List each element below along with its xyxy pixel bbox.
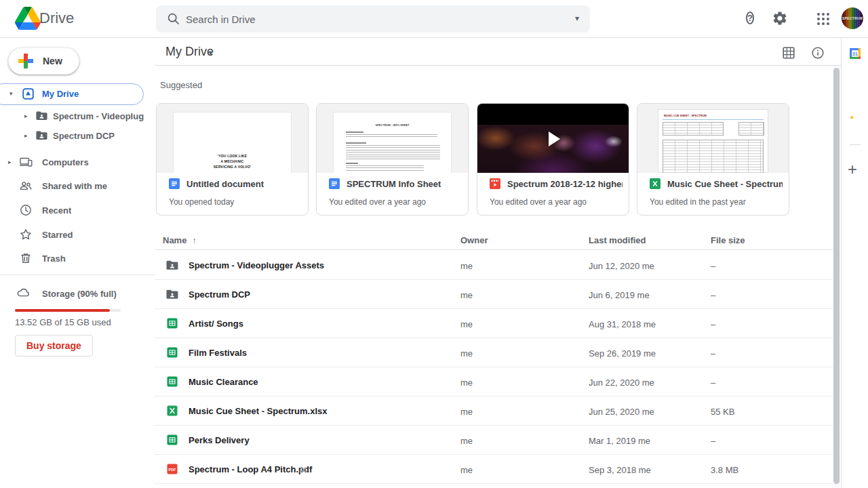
google-apps-grid-icon[interactable] (817, 13, 829, 25)
sort-ascending-icon: ↑ (192, 235, 197, 245)
search-icon[interactable] (167, 12, 180, 26)
video-thumbnail (477, 104, 629, 173)
sheets-file-icon (165, 317, 179, 330)
svg-text:31: 31 (852, 52, 858, 56)
expander-icon[interactable]: ▸ (24, 113, 28, 119)
file-size: – (711, 261, 715, 271)
shared-folder-icon (165, 258, 179, 272)
file-owner: me (460, 407, 473, 417)
table-row[interactable]: Music Clearance me Jun 22, 2020 me – (155, 367, 835, 396)
file-owner: me (460, 378, 473, 388)
table-row[interactable]: Perks Delivery me Mar 1, 2019 me – (155, 426, 835, 455)
sidebar-item-recent[interactable]: Recent (0, 201, 155, 220)
suggested-card-spectrum-video[interactable]: Spectrum 2018-12-12 higher-d... You edit… (477, 103, 629, 216)
sidebar-label: Trash (42, 253, 66, 264)
shared-folder-icon (35, 109, 48, 125)
file-modified: Sep 26, 2019 me (589, 348, 656, 359)
table-row[interactable]: PDF Spectrum - Loop A4 Pitch.pdf me Sep … (155, 455, 835, 484)
main-scrollbar-thumb[interactable] (833, 68, 840, 484)
suggested-card-untitled-document[interactable]: 'YOU LOOK LIKE A MECHANIC SERVICING A VO… (156, 103, 309, 216)
sidebar-item-shared-with-me[interactable]: Shared with me (0, 176, 155, 195)
my-drive-expander-icon[interactable]: ▾ (9, 90, 13, 97)
expander-icon[interactable]: ▸ (24, 132, 28, 139)
file-owner: me (460, 290, 473, 300)
file-owner: me (460, 261, 473, 271)
card-title: Untitled document (186, 179, 264, 189)
people-icon (19, 179, 33, 192)
column-header-file-size[interactable]: File size (711, 235, 745, 245)
sidebar-item-computers[interactable]: ▸ Computers (0, 152, 155, 171)
grid-view-icon[interactable] (783, 47, 795, 62)
settings-gear-icon[interactable] (772, 10, 788, 29)
column-header-name[interactable]: Name↑ (163, 235, 197, 245)
suggested-card-music-cue-sheet[interactable]: MUSIC CUE SHEET - SPECTRUM Music Cue She… (637, 103, 789, 216)
page-title[interactable]: My Drive (165, 45, 214, 59)
app-title: Drive (39, 9, 74, 27)
sidebar-label: Recent (42, 205, 71, 216)
sidebar-item-trash[interactable]: Trash (0, 249, 155, 268)
sidebar-divider (0, 274, 155, 275)
google-calendar-icon[interactable]: 31 (848, 47, 862, 60)
file-owner: me (460, 436, 473, 446)
column-header-last-modified[interactable]: Last modified (589, 235, 646, 245)
shared-people-icon (298, 465, 308, 474)
file-name: Music Clearance (189, 377, 258, 387)
my-drive-icon (22, 87, 35, 103)
search-bar[interactable]: ▾ (156, 5, 590, 33)
star-icon (19, 228, 33, 241)
buy-storage-button[interactable]: Buy storage (15, 335, 93, 357)
cloud-storage-icon (16, 286, 30, 300)
table-row[interactable]: Film Festivals me Sep 26, 2019 me – (155, 338, 835, 367)
search-options-caret-icon[interactable]: ▾ (575, 14, 579, 23)
folder-label: Spectrum DCP (53, 131, 115, 141)
file-name: Music Cue Sheet - Spectrum.xlsx (189, 406, 327, 416)
shared-folder-icon (165, 287, 179, 301)
file-size: – (711, 319, 715, 329)
card-title: Spectrum 2018-12-12 higher-d... (507, 179, 623, 189)
info-icon[interactable] (811, 46, 825, 62)
column-header-owner[interactable]: Owner (460, 235, 488, 245)
suggested-heading: Suggested (160, 80, 202, 90)
sidebar-item-spectrum-videoplugger[interactable]: ▸ Spectrum - Videoplugger… (0, 106, 155, 125)
app-bar-divider (850, 144, 861, 145)
help-icon[interactable]: ? (746, 12, 754, 24)
play-icon[interactable] (549, 131, 560, 146)
storage-progress-fill (15, 309, 110, 312)
sheets-file-icon (165, 433, 179, 447)
file-size: 55 KB (711, 407, 734, 417)
file-size: – (711, 348, 715, 359)
top-bar: Drive ▾ ? SPECTRUM (0, 0, 868, 38)
table-row[interactable]: Music Cue Sheet - Spectrum.xlsx me Jun 2… (155, 396, 835, 426)
storage-label[interactable]: Storage (90% full) (42, 289, 117, 299)
file-modified: Jun 12, 2020 me (589, 261, 654, 271)
expander-icon[interactable]: ▸ (8, 159, 12, 165)
table-row[interactable]: Artist/ Songs me Aug 31, 2018 me – (155, 309, 835, 338)
file-name: Spectrum - Videoplugger Assets (189, 260, 324, 270)
document-thumbnail: SPECTRUM - INFO SHEET (317, 104, 468, 173)
trash-icon (19, 251, 33, 265)
svg-text:PDF: PDF (169, 468, 176, 472)
sidebar-item-spectrum-dcp[interactable]: ▸ Spectrum DCP (0, 126, 155, 145)
account-avatar[interactable]: SPECTRUM (842, 7, 863, 29)
file-name: Spectrum - Loop A4 Pitch.pdf (189, 464, 312, 474)
search-input[interactable] (186, 5, 552, 33)
sidebar-item-starred[interactable]: Starred (0, 225, 155, 244)
my-drive-label[interactable]: My Drive (42, 89, 79, 99)
new-button[interactable]: New (8, 47, 79, 75)
table-row[interactable]: Spectrum - Videoplugger Assets me Jun 12… (155, 251, 835, 280)
suggested-card-spectrum-info-sheet[interactable]: SPECTRUM - INFO SHEET SPECTRUM Info Shee… (316, 103, 469, 216)
sidebar-label: Computers (42, 157, 89, 167)
drive-logo-icon[interactable] (15, 7, 41, 33)
header-divider (155, 65, 841, 66)
computers-icon (19, 155, 33, 169)
card-subtitle: You edited in the past year (650, 197, 746, 207)
add-panel-icon[interactable]: + (848, 161, 857, 178)
left-sidebar: New ▾ My Drive ▸ Spectrum - Videoplugger… (0, 38, 155, 488)
card-subtitle: You edited over a year ago (329, 197, 426, 207)
card-title: Music Cue Sheet - Spectrum.xl... (667, 179, 783, 189)
page-title-caret-icon[interactable]: ▾ (209, 49, 212, 57)
table-row[interactable]: Spectrum DCP me Jun 6, 2019 me – (155, 280, 835, 309)
spreadsheet-thumbnail: MUSIC CUE SHEET - SPECTRUM (637, 104, 789, 173)
file-modified: Jun 25, 2020 me (589, 407, 654, 417)
file-modified: Aug 31, 2018 me (589, 319, 656, 329)
